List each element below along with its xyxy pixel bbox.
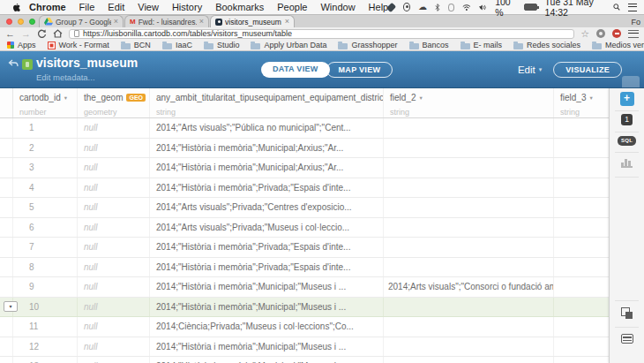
cell-field-3[interactable] xyxy=(554,198,609,217)
cell-field-2[interactable] xyxy=(384,198,554,217)
sql-panel-button[interactable]: SQL xyxy=(618,136,636,146)
cell-any-ambit[interactable]: 2014;"Arts visuals";Privada;"Centres d'e… xyxy=(150,198,384,217)
table-row[interactable]: 3 null 2014;"Història i memòria";Municip… xyxy=(0,158,609,178)
cell-field-2[interactable] xyxy=(384,158,554,178)
cell-the-geom[interactable]: null xyxy=(78,238,150,257)
table-row[interactable]: 1 null 2014;"Arts visuals";"Pública no m… xyxy=(0,118,609,139)
table-row[interactable]: 2 null 2014;"Història i memòria";Municip… xyxy=(0,139,609,159)
back-icon[interactable]: ← xyxy=(5,28,15,39)
cell-field-3[interactable] xyxy=(554,337,609,357)
data-view-button[interactable]: DATA VIEW xyxy=(261,62,330,78)
table-row[interactable]: 4 null 2014;"Història i memòria";Privada… xyxy=(0,178,609,199)
column-type[interactable]: number xyxy=(19,108,47,117)
cell-field-2[interactable]: 2014;Arts visuals";"Consorci o fundació … xyxy=(384,277,554,297)
column-header[interactable]: field_3 ▾ string xyxy=(554,88,609,117)
cell-the-geom[interactable]: null xyxy=(78,277,150,297)
cell-field-3[interactable] xyxy=(554,298,609,317)
back-to-dashboard-icon[interactable] xyxy=(8,59,19,68)
menu-item[interactable]: Chrome xyxy=(29,2,66,12)
camera-status-icon[interactable] xyxy=(403,3,411,11)
spotlight-search-icon[interactable] xyxy=(613,3,620,11)
column-type[interactable]: string xyxy=(560,108,580,117)
cell-cartodb-id[interactable]: 4 xyxy=(13,178,78,198)
table-row[interactable]: 7 null 2014;"Història i memòria";Privada… xyxy=(0,238,609,258)
cell-any-ambit[interactable]: 2014;"Història i memòria";Municipal;"Mus… xyxy=(150,357,384,363)
cell-field-3[interactable] xyxy=(554,238,609,257)
cell-field-3[interactable] xyxy=(554,317,609,337)
bookmark-item[interactable]: BCN xyxy=(121,41,151,49)
cell-cartodb-id[interactable]: 9 xyxy=(13,277,78,297)
bookmark-item[interactable]: Studio xyxy=(204,41,240,49)
bookmark-item[interactable]: Medios venezolanos xyxy=(592,41,644,49)
column-type[interactable]: geometry xyxy=(84,108,117,117)
bookmark-item[interactable]: Grasshopper xyxy=(338,41,397,49)
table-row[interactable]: 8 null 2014;"Història i memòria";Privada… xyxy=(0,258,609,278)
panel-handle[interactable] xyxy=(622,76,640,87)
cell-any-ambit[interactable]: 2014;Ciència;Privada;"Museus i col·lecci… xyxy=(150,317,384,337)
column-header[interactable]: any_ambit_titularitat_tipusequipament_eq… xyxy=(150,88,384,117)
time-machine-icon[interactable] xyxy=(448,4,455,11)
cell-the-geom[interactable]: null xyxy=(78,298,150,317)
cell-field-2[interactable] xyxy=(384,178,554,198)
map-view-button[interactable]: MAP VIEW xyxy=(326,62,393,78)
tab-close-icon[interactable]: × xyxy=(199,18,204,26)
edit-metadata-link[interactable]: Edit metadata... xyxy=(36,72,95,82)
minimize-window-button[interactable] xyxy=(18,19,24,25)
tab-close-icon[interactable]: × xyxy=(285,18,289,26)
cell-cartodb-id[interactable]: 5 xyxy=(13,198,78,217)
cell-the-geom[interactable]: null xyxy=(78,139,150,158)
table-privacy-icon[interactable] xyxy=(22,59,33,70)
reload-icon[interactable] xyxy=(37,29,47,39)
cell-any-ambit[interactable]: 2014;"Història i memòria";Municipal;"Mus… xyxy=(150,298,384,317)
cell-the-geom[interactable]: null xyxy=(78,317,150,337)
close-window-button[interactable] xyxy=(6,19,12,25)
cell-cartodb-id[interactable]: 10 xyxy=(13,298,78,317)
cell-the-geom[interactable]: null xyxy=(78,118,150,138)
cell-field-2[interactable] xyxy=(384,218,554,238)
cell-field-3[interactable] xyxy=(554,118,609,138)
battery-icon[interactable] xyxy=(524,4,536,11)
visualize-button[interactable]: VISUALIZE xyxy=(553,62,622,78)
menu-item[interactable]: History xyxy=(172,2,202,12)
add-row-button[interactable]: + xyxy=(620,92,634,106)
cell-field-3[interactable] xyxy=(554,218,609,238)
layer-count-badge[interactable]: 1 xyxy=(621,114,633,125)
sort-arrow-icon[interactable]: ▾ xyxy=(64,95,67,102)
dropbox-icon[interactable] xyxy=(386,2,397,12)
extension-icon-camera[interactable] xyxy=(596,29,605,38)
bookmark-item[interactable]: Work - Format xyxy=(48,41,109,49)
column-header[interactable]: cartodb_id ▾ number xyxy=(13,88,78,117)
cell-field-2[interactable] xyxy=(384,118,554,138)
bookmark-item[interactable]: IaaC xyxy=(162,41,192,49)
url-text[interactable]: https://luisbonilla.cartodb.com/tables/v… xyxy=(83,29,292,38)
menu-item[interactable]: Window xyxy=(320,2,355,12)
cell-the-geom[interactable]: null xyxy=(78,337,150,357)
bookmark-item[interactable]: E- mails xyxy=(461,41,503,49)
menu-item[interactable]: Edit xyxy=(108,2,124,12)
address-bar[interactable]: https://luisbonilla.cartodb.com/tables/v… xyxy=(69,29,574,39)
page-icon[interactable] xyxy=(74,30,79,37)
bookmark-item[interactable]: Redes sociales xyxy=(513,41,580,49)
wifi-icon[interactable] xyxy=(462,4,471,11)
cell-any-ambit[interactable]: 2014;"Història i memòria";Municipal;Arxi… xyxy=(150,158,384,178)
cell-the-geom[interactable]: null xyxy=(78,218,150,238)
cell-the-geom[interactable]: null xyxy=(78,357,150,363)
cell-any-ambit[interactable]: 2014;"Arts visuals";Privada;"Museus i co… xyxy=(150,218,384,238)
chrome-menu-icon[interactable] xyxy=(628,30,639,38)
cell-field-3[interactable] xyxy=(554,357,609,363)
cell-the-geom[interactable]: null xyxy=(78,158,150,178)
cell-any-ambit[interactable]: 2014;"Història i memòria";Privada;"Espai… xyxy=(150,258,384,277)
forward-icon[interactable]: → xyxy=(21,28,31,39)
cell-field-2[interactable] xyxy=(384,337,554,357)
browser-tab[interactable]: M Group 7 - Google Drive × xyxy=(39,15,124,27)
cell-any-ambit[interactable]: 2014;"Història i memòria";Municipal;"Mus… xyxy=(150,277,384,297)
cell-field-3[interactable] xyxy=(554,258,609,277)
notification-center-icon[interactable] xyxy=(628,4,637,11)
cell-field-2[interactable] xyxy=(384,357,554,363)
table-options-icon[interactable] xyxy=(621,334,633,344)
column-header[interactable]: the_geom GEO geometry xyxy=(78,88,150,117)
merge-tables-icon[interactable] xyxy=(621,307,633,319)
cell-any-ambit[interactable]: 2014;"Història i memòria";Municipal;"Mus… xyxy=(150,337,384,357)
menu-item[interactable]: Bookmarks xyxy=(215,2,264,12)
cell-field-3[interactable] xyxy=(554,277,609,297)
